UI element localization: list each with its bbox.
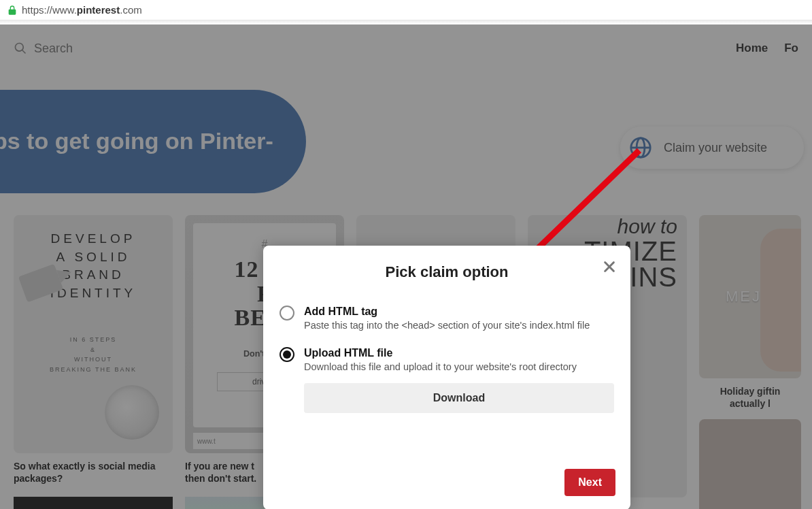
browser-address-bar: https://www.pinterest.com [0, 0, 812, 20]
option-title: Upload HTML file [304, 347, 614, 359]
close-icon [602, 259, 617, 274]
radio-unselected[interactable] [280, 306, 294, 321]
close-button[interactable] [602, 259, 617, 277]
claim-option-modal: Pick claim option Add HTML tag Paste thi… [263, 246, 630, 509]
option-desc: Paste this tag into the <head> section o… [304, 320, 590, 331]
option-upload-html-file[interactable]: Upload HTML file Download this file and … [280, 347, 614, 413]
url-text[interactable]: https://www.pinterest.com [22, 4, 142, 16]
next-button[interactable]: Next [564, 469, 615, 496]
option-title: Add HTML tag [304, 306, 590, 318]
modal-title: Pick claim option [280, 263, 614, 281]
lock-icon [7, 5, 18, 16]
option-desc: Download this file and upload it to your… [304, 361, 614, 372]
option-add-html-tag[interactable]: Add HTML tag Paste this tag into the <he… [280, 306, 614, 331]
radio-selected[interactable] [280, 347, 294, 362]
download-button[interactable]: Download [304, 383, 614, 413]
